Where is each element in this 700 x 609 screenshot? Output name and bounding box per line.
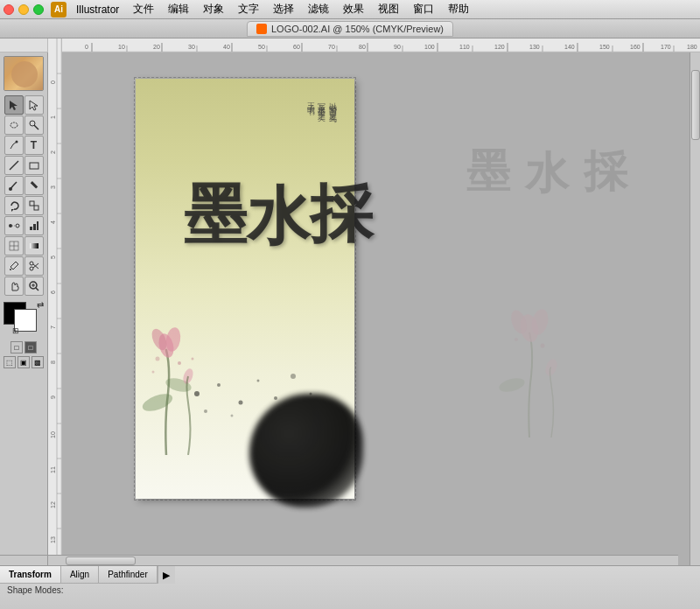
svg-point-113 (194, 391, 200, 396)
svg-point-121 (231, 415, 234, 417)
menu-object[interactable]: 对象 (197, 1, 230, 18)
selection-tool-button[interactable] (4, 95, 24, 115)
ruler-vertical: 0 1 2 3 4 5 6 7 8 9 10 11 12 13 14 (48, 38, 62, 598)
svg-text:2: 2 (50, 150, 56, 154)
svg-text:60: 60 (293, 44, 300, 50)
horizontal-scrollbar[interactable] (48, 555, 678, 565)
mask-mode-button[interactable]: □ (24, 341, 37, 354)
menu-window[interactable]: 窗口 (407, 1, 440, 18)
menu-type[interactable]: 文字 (232, 1, 265, 18)
tab-transform[interactable]: Transform (0, 566, 61, 583)
screen-mode-button[interactable]: ⬚ (4, 356, 16, 368)
bottom-left-panel (0, 555, 48, 565)
svg-point-85 (16, 224, 19, 228)
svg-rect-79 (30, 163, 38, 169)
statusbar: Transform Align Pathfinder ▶ Shape Modes… (0, 565, 700, 609)
svg-text:70: 70 (328, 44, 335, 50)
direct-selection-tool-button[interactable] (24, 95, 44, 115)
horizontal-scroll-thumb[interactable] (66, 556, 136, 565)
tool-row-2 (4, 116, 44, 135)
svg-rect-82 (30, 201, 34, 206)
gradient-tool-button[interactable] (24, 236, 44, 256)
svg-text:10: 10 (118, 44, 125, 50)
canvas-area[interactable]: 以书写国画之美鸟写意水墨画之美王子明书 採水墨 (48, 52, 700, 578)
pencil-tool-button[interactable] (24, 176, 44, 195)
tool-row-5 (4, 176, 44, 195)
app-icon: Ai (51, 2, 66, 18)
svg-point-80 (9, 187, 12, 191)
mesh-tool-button[interactable] (4, 236, 24, 256)
svg-text:13: 13 (50, 536, 56, 543)
ghost-artwork: 採水墨 (451, 105, 626, 455)
menu-edit[interactable]: 编辑 (162, 1, 195, 18)
svg-text:130: 130 (529, 44, 540, 50)
svg-point-117 (274, 396, 277, 400)
graph-tool-button[interactable] (24, 216, 44, 235)
svg-text:4: 4 (50, 220, 56, 224)
rectangle-tool-button[interactable] (24, 156, 44, 175)
maximize-button[interactable] (33, 4, 44, 15)
lasso-tool-button[interactable] (4, 116, 24, 135)
svg-point-103 (140, 390, 174, 414)
paintbrush-tool-button[interactable] (4, 176, 24, 195)
scale-tool-button[interactable] (24, 196, 44, 215)
menu-view[interactable]: 视图 (372, 1, 405, 18)
blend-tool-button[interactable] (4, 216, 24, 235)
svg-text:170: 170 (661, 44, 671, 50)
menu-help[interactable]: 帮助 (442, 1, 475, 18)
titlebar: LOGO-002.AI @ 150% (CMYK/Preview) (0, 19, 700, 38)
menu-select[interactable]: 选择 (267, 1, 300, 18)
presentation-button[interactable]: ▩ (32, 356, 44, 368)
menu-filter[interactable]: 滤镜 (302, 1, 335, 18)
vertical-scroll-thumb[interactable] (691, 70, 700, 140)
pen-tool-button[interactable] (4, 136, 24, 155)
swap-colors-icon[interactable]: ⇄ (37, 300, 44, 310)
svg-rect-89 (37, 221, 38, 230)
tab-pathfinder[interactable]: Pathfinder (99, 566, 158, 583)
svg-line-76 (34, 125, 38, 130)
svg-text:0: 0 (85, 44, 88, 50)
scissors-button[interactable] (24, 256, 44, 276)
color-swatches: ⇄ ⊞ (4, 302, 44, 333)
svg-text:180: 180 (687, 44, 697, 50)
menubar: Ai Illustrator 文件 编辑 对象 文字 选择 滤镜 效果 视图 窗… (0, 0, 700, 19)
svg-text:6: 6 (50, 290, 56, 294)
svg-rect-83 (34, 206, 38, 210)
svg-rect-87 (30, 227, 32, 230)
svg-text:40: 40 (223, 44, 230, 50)
document-tab[interactable]: LOGO-002.AI @ 150% (CMYK/Preview) (247, 21, 453, 37)
tab-align[interactable]: Align (61, 566, 99, 583)
screen-mode-row: ⬚ ▣ ▩ (4, 356, 44, 368)
line-tool-button[interactable] (4, 156, 24, 175)
rotate-tool-button[interactable] (4, 196, 24, 215)
hand-button[interactable] (4, 276, 24, 296)
svg-line-100 (36, 288, 38, 290)
panel-menu-button[interactable]: ▶ (158, 566, 175, 584)
close-button[interactable] (4, 4, 14, 15)
tool-row-1 (4, 95, 44, 115)
svg-text:0: 0 (50, 80, 56, 84)
type-tool-button[interactable]: T (24, 136, 44, 155)
svg-text:110: 110 (459, 44, 470, 50)
normal-mode-button[interactable]: □ (10, 341, 23, 354)
svg-rect-88 (33, 224, 36, 230)
menu-illustrator[interactable]: Illustrator (70, 3, 125, 17)
vertical-scrollbar[interactable] (690, 52, 700, 567)
svg-text:50: 50 (258, 44, 265, 50)
fullscreen-button[interactable]: ▣ (18, 356, 30, 368)
avatar-image (4, 57, 43, 90)
svg-point-84 (9, 224, 12, 228)
eyedropper-button[interactable] (4, 256, 24, 276)
zoom-button[interactable] (24, 276, 44, 296)
svg-point-120 (204, 410, 207, 413)
tool-row-6 (4, 196, 44, 215)
menu-file[interactable]: 文件 (127, 1, 160, 18)
svg-text:3: 3 (50, 186, 56, 189)
menu-effect[interactable]: 效果 (337, 1, 370, 18)
minimize-button[interactable] (18, 4, 29, 15)
svg-text:140: 140 (564, 44, 575, 50)
menu-items: Illustrator 文件 编辑 对象 文字 选择 滤镜 效果 视图 窗口 帮… (70, 1, 475, 18)
svg-point-94 (10, 269, 11, 270)
default-colors-icon[interactable]: ⊞ (12, 326, 19, 335)
magic-wand-button[interactable] (24, 116, 44, 135)
